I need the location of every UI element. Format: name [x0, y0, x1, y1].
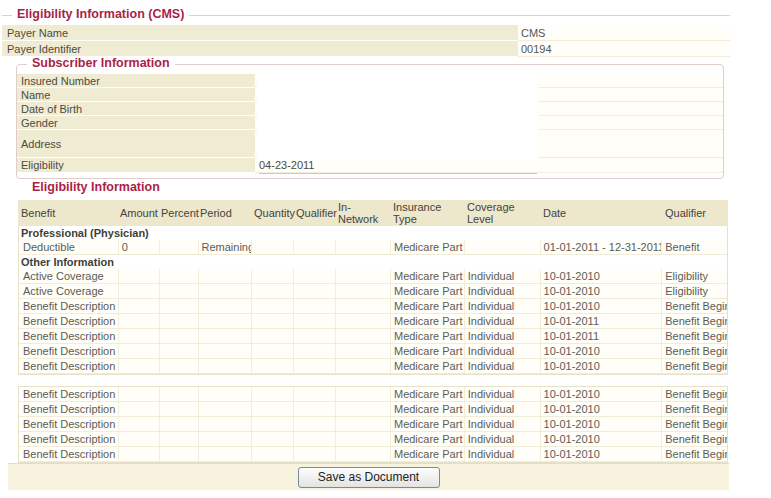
table-cell — [159, 284, 198, 298]
table-cell: Benefit Description — [19, 314, 118, 328]
table-cell — [159, 314, 198, 328]
table-cell — [198, 447, 252, 461]
table-cell — [251, 299, 293, 313]
table-cell — [335, 284, 390, 298]
table-cell: Individual — [464, 299, 540, 313]
table-cell: Active Coverage — [19, 284, 118, 298]
table-cell: Benefit Description — [19, 417, 118, 431]
table-cell — [293, 314, 335, 328]
table-cell: Eligibility — [661, 284, 727, 298]
payer-row-label: Payer Identifier — [2, 41, 518, 57]
table-cell — [198, 417, 252, 431]
table-cell: Benefit Description — [19, 344, 118, 358]
table-cell — [118, 387, 159, 401]
table-cell — [118, 299, 159, 313]
table-cell — [118, 284, 159, 298]
table-row: Benefit DescriptionMedicare Part BIndivi… — [19, 344, 727, 359]
table-cell: 10-01-2010 — [540, 417, 662, 431]
table-cell: Benefit Begin — [661, 344, 727, 358]
payer-row: Payer NameCMS — [2, 25, 730, 41]
table-cell: Benefit Description — [19, 447, 118, 461]
table-row: Deductible0RemainingMedicare Part B01-01… — [19, 240, 727, 255]
table-cell — [335, 359, 390, 373]
table-cell: Medicare Part B — [390, 284, 464, 298]
group-row-label: Professional (Physician) — [19, 226, 149, 240]
table-cell: Individual — [464, 269, 540, 283]
table-cell — [464, 240, 540, 254]
table-cell — [159, 240, 198, 254]
table-block: Professional (Physician)Deductible0Remai… — [18, 226, 728, 375]
table-cell — [293, 359, 335, 373]
payer-rows: Payer NameCMSPayer Identifier00194 — [2, 25, 730, 57]
save-as-document-button[interactable]: Save as Document — [298, 467, 440, 488]
table-cell — [118, 359, 159, 373]
table-cell: Individual — [464, 387, 540, 401]
table-row: Benefit DescriptionMedicare Part BIndivi… — [19, 447, 727, 462]
redaction-overlay — [257, 74, 539, 160]
subscriber-section: Subscriber Information Insured NumberNam… — [16, 64, 724, 179]
table-cell: Benefit Begin — [661, 447, 727, 461]
column-header-in-network: In-Network — [335, 201, 390, 225]
table-cell — [198, 432, 252, 446]
table-cell — [251, 314, 293, 328]
table-cell — [335, 402, 390, 416]
table-cell: Medicare Part B — [390, 299, 464, 313]
table-cell — [293, 344, 335, 358]
table-cell — [159, 344, 198, 358]
table-cell: Benefit Description — [19, 329, 118, 343]
table-cell — [251, 432, 293, 446]
table-cell — [251, 387, 293, 401]
table-cell — [293, 402, 335, 416]
table-cell: 10-01-2010 — [540, 269, 662, 283]
table-cell: Benefit Begin — [661, 359, 727, 373]
subscriber-row-value-text: 04-23-2011 — [259, 158, 537, 174]
eligibility-report-page: Eligibility Information (CMS) Payer Name… — [2, 8, 730, 463]
table-cell — [251, 269, 293, 283]
table-cell: Medicare Part B — [390, 447, 464, 461]
table-cell — [335, 240, 390, 254]
table-cell: 10-01-2010 — [540, 344, 662, 358]
subscriber-row-label: Gender — [17, 116, 255, 130]
table-cell — [159, 402, 198, 416]
eligibility-table: BenefitAmountPercentPeriodQuantityQualif… — [18, 200, 728, 463]
table-row: Benefit DescriptionMedicare Part BIndivi… — [19, 314, 727, 329]
table-cell: Benefit Begin — [661, 432, 727, 446]
table-cell: Individual — [464, 417, 540, 431]
table-cell — [198, 344, 252, 358]
table-row: Benefit DescriptionMedicare Part BIndivi… — [19, 432, 727, 447]
table-cell — [251, 417, 293, 431]
subscriber-row-value: 04-23-2011 — [255, 158, 723, 173]
table-cell — [251, 284, 293, 298]
subscriber-row-label: Eligibility — [17, 158, 255, 173]
table-cell: Medicare Part B — [390, 329, 464, 343]
table-cell: Benefit Begin — [661, 329, 727, 343]
table-cell — [293, 269, 335, 283]
table-cell — [159, 329, 198, 343]
column-header-amount: Amount — [117, 207, 158, 219]
table-cell — [293, 417, 335, 431]
table-cell — [198, 299, 252, 313]
table-cell: 10-01-2011 — [540, 329, 662, 343]
table-cell: 01-01-2011 - 12-31-2011 — [540, 240, 662, 254]
payer-row: Payer Identifier00194 — [2, 41, 730, 57]
table-cell — [159, 432, 198, 446]
subscriber-row-label: Date of Birth — [17, 102, 255, 116]
table-cell — [335, 387, 390, 401]
table-row: Active CoverageMedicare Part BIndividual… — [19, 284, 727, 299]
table-cell — [335, 329, 390, 343]
subscriber-row-label: Name — [17, 88, 255, 102]
table-cell — [118, 402, 159, 416]
table-cell — [159, 387, 198, 401]
subscriber-row-label: Address — [17, 130, 255, 158]
table-cell — [118, 314, 159, 328]
table-cell — [251, 447, 293, 461]
table-group-row: Other Information — [19, 255, 727, 269]
table-cell: Medicare Part B — [390, 359, 464, 373]
table-cell — [293, 432, 335, 446]
table-cell — [159, 447, 198, 461]
table-cell: Benefit Description — [19, 359, 118, 373]
table-cell — [118, 417, 159, 431]
table-cell: 10-01-2010 — [540, 284, 662, 298]
table-row: Active CoverageMedicare Part AIndividual… — [19, 269, 727, 284]
table-cell — [159, 269, 198, 283]
